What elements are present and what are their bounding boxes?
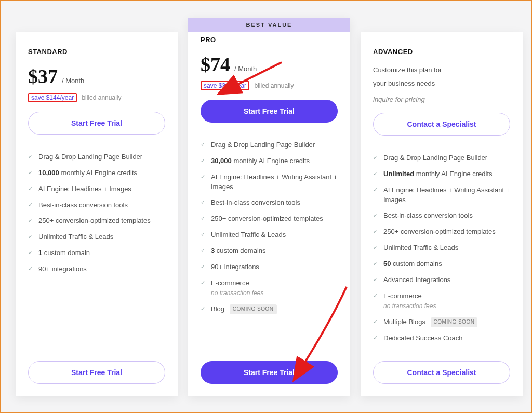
feature-list: Drag & Drop Landing Page Builder 10,000 … [28,149,165,352]
feature-item: 250+ conversion-optimized templates [28,213,165,229]
feature-item: 50 custom domains [373,256,510,272]
plan-name: STANDARD [28,48,165,56]
feature-item: AI Engine: Headlines + Images [28,181,165,197]
feature-item: 10,000 monthly AI Engine credits [28,165,165,181]
feature-item: Best-in-class conversion tools [28,197,165,214]
pricing-page: STANDARD $37 / Month save $144/year bill… [0,0,532,413]
coming-soon-badge: COMING SOON [431,317,478,327]
price-amount: $74 [201,53,230,76]
plans-row: STANDARD $37 / Month save $144/year bill… [1,1,531,412]
savings-amount: save $300/year [201,81,249,90]
price-row: $37 / Month [28,65,165,88]
feature-item: 1 custom domain [28,245,165,261]
feature-item: Drag & Drop Landing Page Builder [201,137,338,153]
plan-card-advanced: ADVANCED Customize this plan for your bu… [361,32,523,396]
feature-subnote: no transaction fees [383,302,510,311]
feature-item: Drag & Drop Landing Page Builder [373,150,510,166]
coming-soon-badge: COMING SOON [230,304,277,314]
feature-item: 90+ integrations [28,261,165,277]
feature-item: Blog COMING SOON [201,301,338,317]
feature-item: 90+ integrations [201,259,338,275]
billing-note: billed annually [82,94,121,101]
feature-item: Unlimited monthly AI Engine credits [373,166,510,182]
plan-description: your business needs [373,78,510,89]
start-trial-button-bottom[interactable]: Start Free Trial [201,361,338,384]
feature-item: Best-in-class conversion tools [201,195,338,211]
feature-item: AI Engine: Headlines + Writing Assistant… [373,182,510,208]
savings-line: save $300/year billed annually [201,81,338,90]
savings-line: save $144/year billed annually [28,93,165,102]
feature-item: 3 custom domains [201,243,338,259]
feature-item: Dedicated Success Coach [373,330,510,347]
start-trial-button-bottom[interactable]: Start Free Trial [28,361,165,384]
price-amount: $37 [28,65,58,88]
feature-item: E-commerce no transaction fees [373,288,510,314]
feature-list: Drag & Drop Landing Page Builder 30,000 … [201,137,338,352]
inquire-pricing: inquire for pricing [373,96,510,103]
plan-name: PRO [201,36,338,44]
best-value-badge: BEST VALUE [188,18,350,32]
feature-item: E-commerce no transaction fees [201,275,338,301]
plan-card-pro: BEST VALUE PRO $74 / Month save $300/yea… [188,18,350,396]
feature-list: Drag & Drop Landing Page Builder Unlimit… [373,150,510,352]
price-row: $74 / Month [201,53,338,76]
feature-item: Multiple Blogs COMING SOON [373,314,510,330]
feature-item: Best-in-class conversion tools [373,208,510,224]
feature-item: AI Engine: Headlines + Writing Assistant… [201,169,338,195]
price-period: / Month [62,77,84,85]
savings-amount: save $144/year [28,93,77,102]
feature-subnote: no transaction fees [211,289,338,298]
contact-specialist-button[interactable]: Contact a Specialist [373,113,510,136]
feature-item: 30,000 monthly AI Engine credits [201,153,338,169]
feature-item: 250+ conversion-optimized templates [373,224,510,240]
start-trial-button[interactable]: Start Free Trial [28,112,165,135]
feature-item: Unlimited Traffic & Leads [373,240,510,256]
contact-specialist-button-bottom[interactable]: Contact a Specialist [373,361,510,384]
price-period: / Month [234,65,257,73]
plan-name: ADVANCED [373,48,510,56]
feature-item: Unlimited Traffic & Leads [201,227,338,243]
feature-item: 250+ conversion-optimized templates [201,211,338,227]
feature-item: Drag & Drop Landing Page Builder [28,149,165,165]
feature-item: Advanced Integrations [373,272,510,288]
start-trial-button[interactable]: Start Free Trial [201,100,338,123]
plan-card-standard: STANDARD $37 / Month save $144/year bill… [16,32,178,396]
feature-item: Unlimited Traffic & Leads [28,229,165,245]
billing-note: billed annually [254,82,294,89]
plan-description: Customize this plan for [373,65,510,75]
